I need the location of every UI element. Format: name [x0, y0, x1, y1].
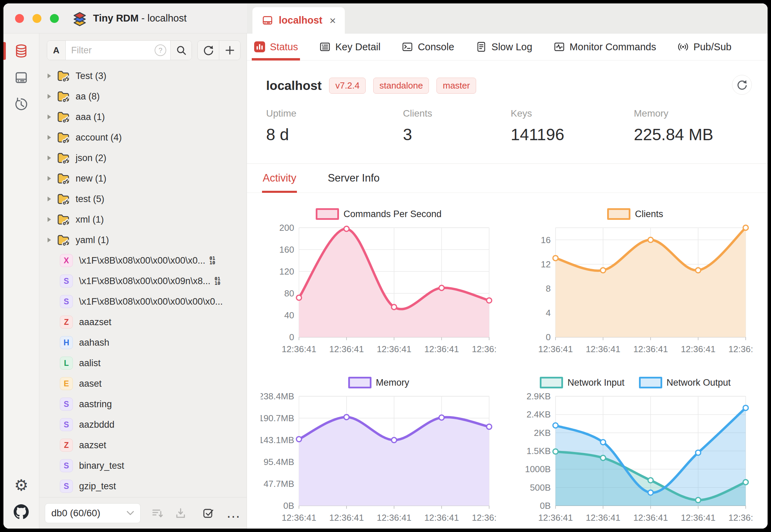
chevron-right-icon[interactable] — [48, 238, 51, 242]
chevron-right-icon[interactable] — [48, 197, 51, 201]
svg-text:12:36:41: 12:36:41 — [282, 513, 316, 523]
svg-text:12:36:41: 12:36:41 — [329, 344, 364, 354]
tree-key[interactable]: S gzip_test — [39, 476, 247, 496]
tree-key[interactable]: Z aaazset — [39, 312, 247, 332]
minimize-window-button[interactable] — [32, 14, 41, 23]
tree-folder[interactable]: new (1) — [39, 168, 247, 189]
rail-item-servers[interactable] — [3, 64, 39, 91]
refresh-status-button[interactable] — [732, 75, 752, 95]
stat-label: Memory — [634, 108, 748, 119]
chart-canvas: 0408012016020012:36:4112:36:4112:36:4112… — [261, 223, 497, 356]
console-icon — [402, 41, 413, 53]
svg-text:2.9KB: 2.9KB — [526, 391, 551, 401]
svg-text:47.7MB: 47.7MB — [263, 479, 294, 489]
tab-activity[interactable]: Activity — [263, 164, 296, 192]
svg-text:40: 40 — [284, 310, 294, 320]
legend-swatch — [316, 208, 339, 220]
tree-key[interactable]: S aazbddd — [39, 414, 247, 435]
stat-label: Keys — [511, 108, 634, 119]
tab-localhost[interactable]: localhost × — [252, 7, 345, 34]
tree-key[interactable]: S \x1F\x8B\x08\x00\x00\x09n\x8... 0110 — [39, 271, 247, 291]
tree-folder[interactable]: account (4) — [39, 127, 247, 148]
monitor-commands-icon — [553, 41, 565, 53]
tab-pub-sub[interactable]: Pub/Sub — [677, 34, 731, 60]
tree-key[interactable]: E aaset — [39, 373, 247, 394]
svg-text:16: 16 — [541, 235, 551, 245]
chevron-right-icon[interactable] — [48, 156, 51, 160]
key-type-badge: L — [60, 357, 73, 370]
chevron-right-icon[interactable] — [48, 115, 51, 119]
checkbox-mode-button[interactable] — [202, 507, 214, 519]
search-button[interactable] — [170, 41, 192, 60]
tree-key[interactable]: S aastring — [39, 394, 247, 414]
svg-text:0B: 0B — [540, 501, 551, 511]
chevron-right-icon[interactable] — [48, 74, 51, 78]
rail-item-history[interactable] — [3, 91, 39, 118]
match-mode-button[interactable]: A — [47, 41, 66, 60]
tree-folder[interactable]: yaml (1) — [39, 230, 247, 250]
add-key-button[interactable] — [219, 41, 240, 60]
close-tab-icon[interactable]: × — [329, 15, 336, 26]
stat-label: Uptime — [266, 108, 403, 119]
tree-folder[interactable]: json (2) — [39, 148, 247, 168]
tree-folder[interactable]: aaa (1) — [39, 107, 247, 127]
tab-key-detail[interactable]: Key Detail — [319, 34, 380, 60]
tab-console[interactable]: Console — [402, 34, 454, 60]
chart-plot: 048121612:36:4112:36:4112:36:4112:36:411… — [517, 223, 753, 358]
binary-value-icon: 0110 — [209, 256, 215, 265]
tab-server-info[interactable]: Server Info — [328, 164, 380, 192]
close-window-button[interactable] — [15, 14, 24, 23]
svg-text:0: 0 — [546, 332, 551, 342]
svg-text:95.4MB: 95.4MB — [263, 457, 294, 467]
tab-label: localhost — [279, 15, 322, 26]
tree-folder[interactable]: xml (1) — [39, 209, 247, 230]
svg-text:12:36:41: 12:36:41 — [586, 344, 620, 354]
key-type-badge: S — [60, 480, 73, 493]
tree-key[interactable]: L aalist — [39, 353, 247, 373]
svg-text:12:36:41: 12:36:41 — [377, 513, 411, 523]
load-all-button[interactable] — [175, 507, 186, 519]
svg-text:2.4KB: 2.4KB — [526, 409, 551, 420]
server-version-badge: v7.2.4 — [329, 78, 366, 94]
tab-label: Slow Log — [492, 41, 532, 53]
chevron-right-icon[interactable] — [48, 176, 51, 181]
svg-text:12:36:41: 12:36:41 — [424, 344, 459, 354]
tree-key[interactable]: S binary_test — [39, 455, 247, 476]
db-select[interactable]: db0 (60/60) — [45, 503, 141, 523]
folder-label: xml (1) — [76, 214, 104, 225]
key-name: aastring — [79, 399, 112, 410]
zoom-window-button[interactable] — [50, 14, 59, 23]
chevron-right-icon[interactable] — [48, 135, 51, 140]
status-icon — [254, 41, 265, 53]
load-more-button[interactable] — [152, 507, 164, 519]
tree-key[interactable]: S \x1F\x8B\x08\x00\x00\x00\x00\x0... — [39, 291, 247, 312]
key-type-badge: S — [60, 398, 73, 411]
tab-label: Status — [270, 41, 298, 53]
chevron-right-icon[interactable] — [48, 217, 51, 222]
tree-folder[interactable]: Test (3) — [39, 66, 247, 86]
reload-keys-button[interactable] — [198, 41, 219, 60]
folder-label: test (5) — [76, 194, 104, 204]
github-button[interactable] — [3, 498, 39, 525]
tab-monitor-commands[interactable]: Monitor Commands — [553, 34, 656, 60]
legend-swatch — [540, 377, 563, 388]
settings-button[interactable]: ⚙ — [3, 472, 39, 498]
tab-slow-log[interactable]: Slow Log — [475, 34, 532, 60]
legend-label: Network Output — [667, 377, 731, 388]
tree-key[interactable]: X \x1F\x8B\x08\x00\x00\x00\x0... 0110 — [39, 250, 247, 271]
tab-status[interactable]: Status — [254, 34, 298, 60]
server-role-badge: master — [436, 78, 476, 94]
more-actions-button[interactable]: … — [226, 510, 241, 516]
tree-key[interactable]: H aahash — [39, 332, 247, 353]
server-name: localhost — [266, 79, 322, 93]
tree-folder[interactable]: test (5) — [39, 189, 247, 209]
tree-key[interactable]: Z aazset — [39, 435, 247, 455]
chevron-right-icon[interactable] — [48, 94, 51, 99]
server-nav-tabs: Status Key Detail — [247, 34, 768, 61]
svg-text:1.5KB: 1.5KB — [526, 446, 551, 456]
folder-label: json (2) — [76, 153, 106, 163]
rail-item-databases[interactable] — [3, 38, 39, 64]
chart-legend: Commands Per Second — [261, 205, 497, 223]
chart-plot: 0B500B1000B1.5KB2KB2.4KB2.9KB12:36:4112:… — [517, 391, 753, 526]
tree-folder[interactable]: aa (8) — [39, 86, 247, 107]
